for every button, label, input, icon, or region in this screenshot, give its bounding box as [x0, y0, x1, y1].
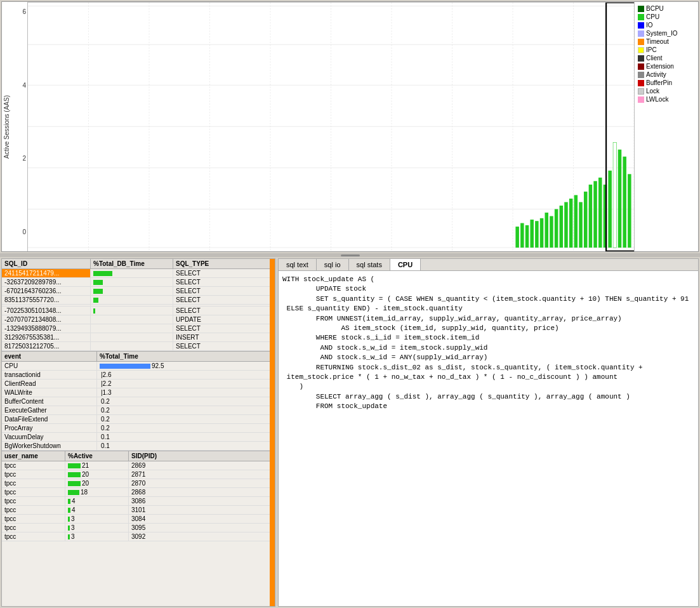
sql-header-type: SQL_TYPE	[173, 259, 237, 268]
sql-row-6[interactable]: -20707072134808... UPDATE	[2, 315, 275, 324]
user-cell-name-5: tpcc	[2, 506, 65, 514]
user-cell-name-3: tpcc	[2, 488, 65, 496]
user-cell-pct-1: 20	[65, 470, 129, 479]
chart-svg	[28, 3, 634, 251]
svg-rect-34	[598, 178, 602, 248]
event-cell-2: ClientRead	[2, 380, 97, 388]
event-cell-3: WALWrite	[2, 388, 97, 397]
event-cell-5: ExecuteGather	[2, 406, 97, 414]
event-row-execgather[interactable]: ExecuteGather 0.2	[2, 406, 275, 415]
svg-rect-30	[579, 202, 582, 248]
user-cell-sidpid-8: 3092	[129, 532, 192, 541]
event-cell-7: ProcArray	[2, 424, 97, 432]
sql-table: SQL_ID %Total_DB_Time SQL_TYPE 241154172…	[2, 259, 275, 352]
legend-activity: Activity	[638, 71, 695, 78]
event-row-procarray[interactable]: ProcArray 0.2	[2, 424, 275, 433]
legend-io: IO	[638, 22, 695, 29]
event-pct-0: 92.5	[97, 362, 199, 370]
sql-cell-type-7: SELECT	[173, 324, 237, 333]
sql-row-0[interactable]: 24115417211479... SELECT	[2, 269, 275, 278]
user-cell-sidpid-7: 3095	[129, 524, 192, 532]
sql-row-8[interactable]: 31292675535381... INSERT	[2, 333, 275, 342]
sql-cell-pct-5	[91, 307, 173, 315]
user-cell-pct-6: 3	[65, 515, 129, 523]
tab-sqlstats[interactable]: sql stats	[349, 259, 390, 270]
user-header-name: user_name	[2, 451, 65, 461]
event-row-bgworker[interactable]: BgWorkerShutdown 0.1	[2, 442, 275, 451]
event-cell-4: BufferContent	[2, 397, 97, 406]
sql-row-2[interactable]: -67021643760236... SELECT	[2, 287, 275, 296]
chart-legend: BCPU CPU IO System_IO Timeout IPC	[635, 2, 698, 251]
user-header-sidpid: SID(PID)	[129, 451, 192, 461]
svg-rect-31	[584, 192, 587, 248]
sql-cell-type-8: INSERT	[173, 333, 237, 341]
event-row-clientread[interactable]: ClientRead |2.2	[2, 380, 275, 388]
sql-cell-id-7: -13294935888079...	[2, 324, 91, 333]
svg-rect-25	[555, 209, 558, 248]
sql-row-7[interactable]: -13294935888079... SELECT	[2, 324, 275, 333]
sql-cell-type-3: SELECT	[173, 296, 237, 304]
user-row-4[interactable]: tpcc 4 3086	[2, 497, 275, 506]
sql-row-9[interactable]: 81725031212705... SELECT	[2, 342, 275, 351]
svg-rect-37	[613, 143, 616, 248]
svg-rect-23	[545, 213, 548, 248]
svg-rect-22	[540, 218, 543, 248]
legend-lwlock: LWLock	[638, 96, 695, 103]
sql-cell-id-8: 31292675535381...	[2, 333, 91, 341]
sql-row-3[interactable]: 83511375557720... SELECT	[2, 296, 275, 305]
user-row-7[interactable]: tpcc 3 3095	[2, 524, 275, 532]
user-cell-pct-8: 3	[65, 532, 129, 541]
svg-rect-29	[574, 195, 578, 248]
sql-cell-pct-2	[91, 287, 173, 295]
event-pct-7: 0.2	[97, 424, 199, 432]
sql-cell-id-4	[2, 305, 91, 306]
ytick-6: 6	[13, 8, 26, 15]
event-header-pct: %Total_Time	[97, 352, 199, 361]
user-row-5[interactable]: tpcc 4 3101	[2, 506, 275, 515]
chart-area: Active Sessions (AAS) 6 4 2 0	[1, 1, 699, 252]
svg-rect-28	[569, 199, 572, 248]
tab-cpu[interactable]: CPU	[390, 259, 421, 270]
user-header-pct: %Active	[65, 451, 129, 461]
user-row-0[interactable]: tpcc 21 2869	[2, 461, 275, 470]
event-cell-0: CPU	[2, 362, 97, 370]
svg-rect-32	[589, 185, 592, 248]
sql-row-5[interactable]: -70225305101348... SELECT	[2, 307, 275, 315]
event-row-txn[interactable]: transactionid |2.6	[2, 371, 275, 380]
user-row-2[interactable]: tpcc 20 2870	[2, 479, 275, 488]
ytick-4: 4	[13, 82, 26, 89]
tab-sqltext[interactable]: sql text	[279, 259, 317, 270]
tab-sqlio[interactable]: sql io	[317, 259, 349, 270]
user-row-3[interactable]: tpcc 18 2868	[2, 488, 275, 497]
legend-bcpu: BCPU	[638, 5, 695, 12]
event-row-cpu[interactable]: CPU 92.5	[2, 362, 275, 371]
splitter-handle	[341, 254, 360, 256]
user-row-8[interactable]: tpcc 3 3092	[2, 532, 275, 541]
event-pct-8: 0.1	[97, 433, 199, 441]
user-row-1[interactable]: tpcc 20 2871	[2, 470, 275, 479]
sql-cell-id-0: 24115417211479...	[2, 269, 91, 277]
svg-rect-40	[628, 174, 631, 248]
user-cell-sidpid-6: 3084	[129, 515, 192, 523]
svg-rect-17	[515, 227, 518, 248]
sql-cell-type-2: SELECT	[173, 287, 237, 295]
event-row-datafileextend[interactable]: DataFileExtend 0.2	[2, 415, 275, 424]
event-cell-1: transactionid	[2, 371, 97, 379]
svg-rect-26	[560, 206, 563, 248]
sql-cell-type-5: SELECT	[173, 307, 237, 315]
event-row-bufcontent[interactable]: BufferContent 0.2	[2, 397, 275, 406]
sql-cell-type-4	[173, 305, 237, 306]
event-row-vacuumdelay[interactable]: VacuumDelay 0.1	[2, 433, 275, 442]
sql-row-1[interactable]: -32637209289789... SELECT	[2, 278, 275, 287]
event-pct-3: |1.3	[97, 388, 199, 397]
event-pct-4: 0.2	[97, 397, 199, 406]
user-cell-sidpid-2: 2870	[129, 479, 192, 487]
legend-systemio: System_IO	[638, 30, 695, 37]
event-row-walwrite[interactable]: WALWrite |1.3	[2, 388, 275, 397]
user-row-6[interactable]: tpcc 3 3084	[2, 515, 275, 524]
resize-handle[interactable]	[270, 259, 275, 606]
sql-cell-pct-4	[91, 305, 173, 306]
sql-cell-id-5: -70225305101348...	[2, 307, 91, 315]
event-pct-6: 0.2	[97, 415, 199, 423]
ytick-0: 0	[13, 228, 26, 235]
